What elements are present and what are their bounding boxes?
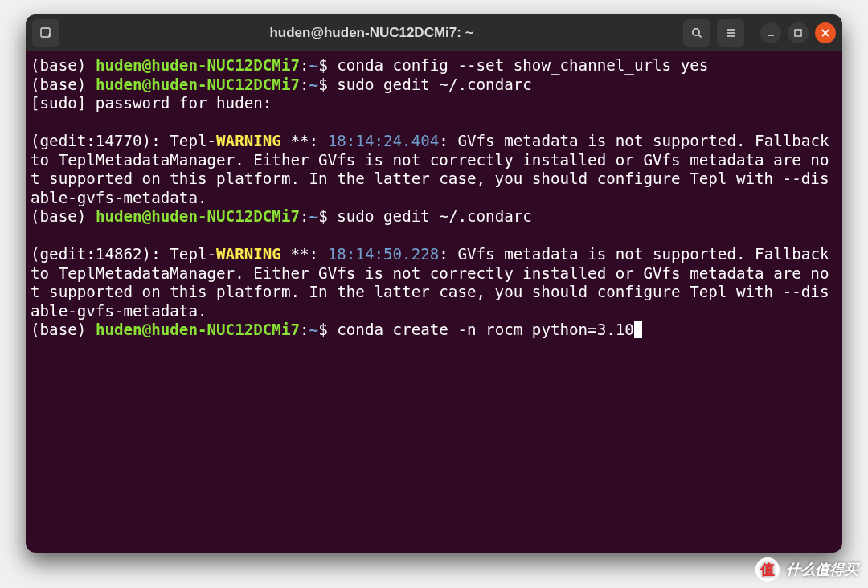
- prompt-env: (base): [31, 56, 96, 75]
- command-text: conda config --set show_channel_urls yes: [337, 56, 708, 75]
- minimize-button[interactable]: [760, 22, 781, 43]
- prompt-userhost: huden@huden-NUC12DCMi7: [96, 56, 300, 75]
- text-cursor: [634, 321, 643, 338]
- search-icon: [690, 27, 703, 39]
- svg-rect-9: [795, 30, 801, 36]
- svg-rect-0: [41, 28, 50, 37]
- command-text: conda create -n rocm python=3.10: [337, 321, 634, 339]
- watermark-badge-icon: 值: [755, 557, 780, 582]
- warning-label: WARNING: [216, 245, 281, 263]
- window-title: huden@huden-NUC12DCMi7: ~: [59, 25, 683, 41]
- warning-timestamp: 18:14:24.404: [328, 132, 440, 150]
- watermark: 值 什么值得买: [755, 557, 858, 582]
- svg-line-4: [698, 35, 701, 37]
- minimize-icon: [764, 27, 777, 39]
- titlebar: huden@huden-NUC12DCMi7: ~: [26, 14, 842, 51]
- warning-timestamp: 18:14:50.228: [328, 245, 440, 263]
- new-tab-button[interactable]: [32, 19, 59, 47]
- prompt-path: ~: [309, 56, 319, 75]
- terminal-window: huden@huden-NUC12DCMi7: ~: [26, 14, 842, 553]
- terminal-body[interactable]: (base) huden@huden-NUC12DCMi7:~$ conda c…: [26, 51, 842, 553]
- warning-label: WARNING: [216, 132, 281, 150]
- maximize-button[interactable]: [788, 22, 809, 43]
- new-tab-icon: [39, 27, 52, 39]
- close-button[interactable]: [815, 22, 836, 43]
- svg-point-3: [693, 29, 699, 35]
- menu-button[interactable]: [717, 19, 744, 47]
- command-text: sudo gedit ~/.condarc: [337, 207, 532, 226]
- watermark-text: 什么值得买: [786, 560, 858, 579]
- command-text: sudo gedit ~/.condarc: [337, 76, 532, 94]
- hamburger-icon: [724, 27, 737, 39]
- sudo-prompt-text: [sudo] password for huden:: [31, 94, 281, 112]
- maximize-icon: [792, 27, 805, 39]
- close-icon: [819, 27, 832, 39]
- warning-prefix: (gedit:14862): Tepl-: [31, 245, 216, 263]
- warning-prefix: (gedit:14770): Tepl-: [31, 132, 216, 150]
- search-button[interactable]: [683, 19, 710, 47]
